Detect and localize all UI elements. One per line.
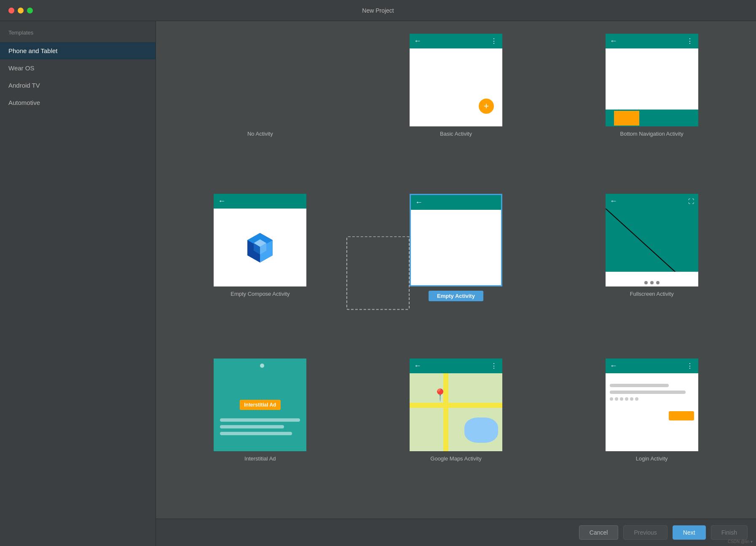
template-no-activity[interactable]: No Activity [169,34,352,181]
ad-line [220,432,292,435]
content-wrapper: No Activity ← ⋮ + Basic Activity [156,21,756,546]
minimize-button[interactable] [18,8,24,13]
login-content [606,373,698,451]
login-dot [610,397,613,401]
basic-activity-label: Basic Activity [440,131,472,137]
dot [644,281,648,284]
watermark: CSDN @lin ▾ [728,539,753,544]
template-fullscreen[interactable]: ← ⛶ [560,194,743,345]
empty-activity-label: Empty Activity [429,291,483,301]
footer: Cancel Previous Next Finish [156,519,756,546]
map-water [464,418,498,443]
login-dot [615,397,618,401]
compose-mockup: ← [214,194,306,286]
empty-activity-mockup: ← [410,194,502,286]
bottom-nav-mockup: ← ⋮ [606,34,698,126]
compose-header: ← [214,194,306,209]
window-controls [8,8,33,13]
interstitial-label: Interstitial Ad [244,455,276,462]
login-button [669,411,694,420]
interstitial-card: Interstitial Ad [214,359,306,451]
back-arrow-icon: ← [610,361,617,370]
login-mockup: ← ⋮ [606,359,698,451]
dots-menu-icon: ⋮ [491,362,498,370]
bottom-nav-highlight [614,111,639,126]
login-dot [630,397,633,401]
fullscreen-dots [644,281,659,284]
sidebar-item-phone-tablet[interactable]: Phone and Tablet [0,42,155,59]
empty-activity-header: ← [411,195,501,210]
templates-area: No Activity ← ⋮ + Basic Activity [156,21,756,519]
basic-activity-mockup: ← ⋮ + [410,34,502,126]
interstitial-mockup: Interstitial Ad [214,359,306,451]
dots-menu-icon: ⋮ [686,37,694,45]
maps-label: Google Maps Activity [430,455,481,462]
login-dot [625,397,628,401]
login-label: Login Activity [636,455,668,462]
back-arrow-icon: ← [414,361,421,370]
maps-mockup: ← ⋮ [410,359,502,451]
cancel-button[interactable]: Cancel [579,525,619,540]
compose-card: ← [214,194,306,286]
dot [656,281,659,284]
login-line [610,384,669,387]
fullscreen-card: ← ⛶ [606,194,698,286]
login-card: ← ⋮ [606,359,698,451]
template-bottom-nav[interactable]: ← ⋮ Bottom Navigation Activity [560,34,743,181]
window-title: New Project [362,7,394,14]
login-dot [620,397,623,401]
fullscreen-diagonal [606,209,698,272]
ad-banner-text: Interstitial Ad [240,400,280,410]
no-activity-card [214,34,306,126]
dots-menu-icon: ⋮ [491,37,498,45]
login-dots [610,397,694,401]
template-login[interactable]: ← ⋮ [560,359,743,506]
back-arrow-icon: ← [414,37,421,46]
close-button[interactable] [8,8,14,13]
finish-button: Finish [711,525,748,540]
dot [650,281,654,284]
sidebar: Templates Phone and Tablet Wear OS Andro… [0,21,156,546]
maps-card: ← ⋮ [410,359,502,451]
template-empty-compose[interactable]: ← [169,194,352,345]
main-layout: Templates Phone and Tablet Wear OS Andro… [0,21,756,546]
bottom-navigation-bar [606,110,698,126]
login-dot [635,397,638,401]
maximize-button[interactable] [27,8,33,13]
next-button[interactable]: Next [673,525,706,540]
basic-activity-card: ← ⋮ + [410,34,502,126]
bottom-nav-card: ← ⋮ [606,34,698,126]
sidebar-item-android-tv[interactable]: Android TV [0,77,155,94]
map-road-v [443,373,448,451]
login-line [610,391,686,394]
sidebar-item-automotive[interactable]: Automotive [0,94,155,111]
dots-menu-icon: ⋮ [686,362,694,370]
login-header: ← ⋮ [606,359,698,373]
ad-line [220,425,284,428]
compose-label: Empty Compose Activity [231,291,290,297]
template-basic-activity[interactable]: ← ⋮ + Basic Activity [365,34,548,181]
fab-button: + [479,99,494,114]
fullscreen-header: ← ⛶ [606,194,698,209]
ad-lines [220,418,300,439]
no-activity-dashed-box [346,236,410,310]
sidebar-section-label: Templates [0,29,155,42]
empty-activity-card: ← [410,194,502,286]
map-road-h [410,403,502,408]
maps-header: ← ⋮ [410,359,502,373]
expand-icon: ⛶ [688,198,694,205]
login-button-container [610,407,694,420]
template-maps[interactable]: ← ⋮ [365,359,548,506]
bottom-nav-header: ← ⋮ [606,34,698,48]
sidebar-item-wear-os[interactable]: Wear OS [0,59,155,77]
compose-logo [214,209,306,286]
svg-line-7 [606,209,698,272]
bottom-nav-label: Bottom Navigation Activity [620,131,684,137]
back-arrow-icon: ← [218,197,225,206]
previous-button: Previous [623,525,667,540]
template-interstitial-ad[interactable]: Interstitial Ad Interstitial Ad [169,359,352,506]
diagonal-svg [606,209,698,272]
back-arrow-icon: ← [415,198,423,207]
ad-line [220,418,300,422]
back-arrow-icon: ← [610,197,617,206]
